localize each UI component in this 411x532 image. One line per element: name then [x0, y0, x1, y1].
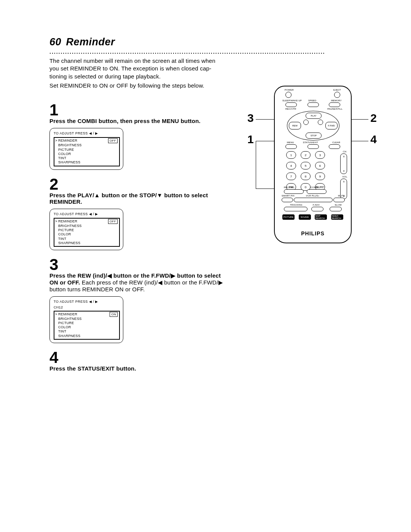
triangle-left-icon: ◀ — [107, 272, 112, 279]
mute-button[interactable] — [333, 198, 345, 202]
step-3-text: Press the REW (ind)/◀ button or the F.FW… — [49, 272, 225, 292]
triangle-down-icon: ▼ — [157, 192, 162, 198]
osd-screen-3: TO ADJUST PRESS ◀ / ▶ CH12 >REMINDERON B… — [49, 296, 123, 343]
status-exit-button[interactable] — [307, 144, 319, 149]
osd-screen-1: TO ADJUST PRESS ◀ / ▶ >REMINDEROFF BRIGH… — [49, 128, 123, 170]
eject-button[interactable] — [334, 92, 340, 98]
channel-rocker[interactable]: ∧∨ — [340, 153, 347, 174]
play-button[interactable]: PLAY — [306, 113, 322, 119]
intro-text: The channel number will remain on the sc… — [49, 57, 225, 89]
rew-button[interactable]: REW — [289, 122, 301, 129]
number-keypad: 1 2 3 4 5 6 7 8 9 FM 0 SURF — [286, 151, 325, 191]
index-search-button[interactable]: INDEX SEARCH — [331, 214, 343, 220]
triangle-right-icon: ▶ — [171, 272, 175, 279]
key-3[interactable]: 3 — [315, 151, 325, 159]
triangle-up-icon: ▲ — [94, 192, 100, 198]
page-header: 60 Reminder — [49, 36, 369, 48]
record-button[interactable] — [284, 189, 304, 194]
slow-button[interactable] — [330, 207, 342, 211]
step-2-text: Press the PLAY/▲ button or the STOP/▼ bu… — [49, 192, 225, 205]
page-number: 60 — [49, 36, 61, 48]
smartpix-button[interactable] — [282, 198, 293, 202]
picture-button[interactable]: PICTURE — [282, 214, 295, 220]
brand-label: PHILIPS — [275, 230, 351, 236]
callout-3: 3 — [247, 112, 254, 125]
stop-button[interactable]: STOP — [306, 133, 322, 139]
key-5[interactable]: 5 — [301, 162, 311, 169]
power-button[interactable] — [285, 92, 292, 98]
step-3-number: 3 — [49, 256, 369, 274]
key-2[interactable]: 2 — [301, 151, 311, 159]
page-title: Reminder — [66, 36, 115, 48]
combi-button[interactable] — [307, 189, 327, 194]
sleep-button[interactable] — [285, 102, 297, 107]
tracking-button[interactable] — [284, 207, 307, 211]
step-4-text: Press the STATUS/EXIT button. — [49, 365, 225, 372]
step-1-text: Press the COMBI button, then press the M… — [49, 118, 225, 124]
memory-button[interactable] — [329, 102, 340, 107]
speed-button[interactable] — [307, 102, 319, 107]
sound-button[interactable]: SOUND — [299, 214, 311, 220]
vcrplus-button[interactable] — [294, 198, 333, 202]
ffwd-button[interactable]: F.FWD — [325, 122, 338, 129]
skip-search-button[interactable]: SKIP SEARCH — [315, 214, 327, 220]
callout-2: 2 — [370, 112, 377, 125]
remote-control: POWER EJECT SLEEP/WAKE UP SPEED MEMORY R… — [274, 86, 352, 243]
key-6[interactable]: 6 — [315, 162, 325, 169]
remote-diagram: 3 2 1 4 POWER EJECT SLEEP/WAKE UP SPEED … — [255, 86, 369, 243]
key-4[interactable]: 4 — [286, 162, 296, 169]
step-4-number: 4 — [49, 348, 369, 367]
triangle-right-icon: ▶ — [218, 279, 223, 286]
key-1[interactable]: 1 — [286, 151, 296, 159]
callout-4: 4 — [370, 133, 377, 146]
triangle-left-icon: ◀ — [158, 279, 162, 286]
key-8[interactable]: 8 — [301, 173, 311, 180]
pause-button[interactable] — [318, 120, 323, 125]
key-7[interactable]: 7 — [286, 173, 296, 180]
callout-1: 1 — [247, 133, 254, 146]
rec-button[interactable] — [303, 120, 309, 125]
transport-dpad: PLAY REW F.FWD STOP — [287, 111, 339, 141]
menu-button[interactable] — [285, 144, 297, 149]
fadv-button[interactable] — [311, 207, 323, 211]
clear-button[interactable] — [329, 144, 340, 149]
osd-screen-2: TO ADJUST PRESS ◀ / ▶ >REMINDEROFF BRIGH… — [49, 209, 123, 251]
divider-dots: ........................................… — [49, 49, 369, 55]
key-9[interactable]: 9 — [315, 173, 325, 180]
